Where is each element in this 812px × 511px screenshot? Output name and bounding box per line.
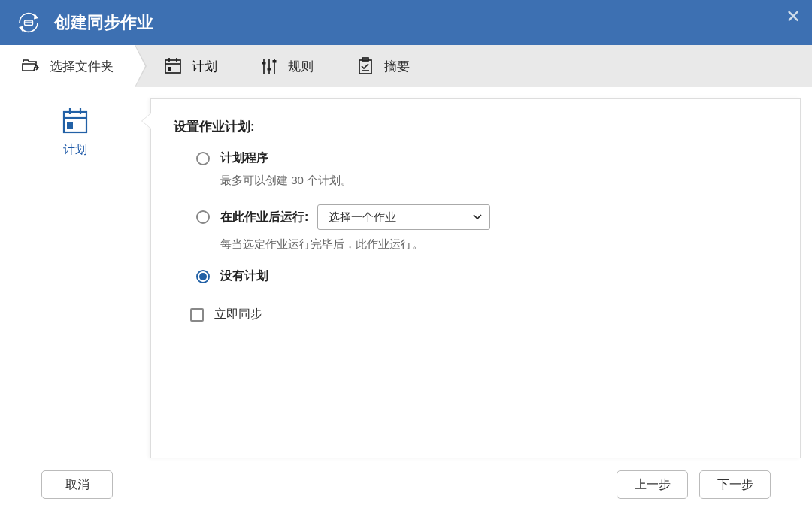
option-desc: 每当选定作业运行完毕后，此作业运行。 [220,237,777,252]
radio-label: 在此作业后运行: [220,210,308,225]
main-panel: 设置作业计划: 计划程序 最多可以创建 30 个计划。 在此作业后运行: 选择一… [150,98,801,458]
close-icon[interactable]: ✕ [786,8,801,26]
step-label: 摘要 [384,58,410,75]
step-schedule[interactable]: 计划 [135,45,238,87]
svg-rect-18 [64,112,86,132]
svg-marker-0 [34,14,38,20]
sync-now-row: 立即同步 [174,307,777,322]
option-desc: 最多可以创建 30 个计划。 [220,174,777,188]
step-label: 计划 [192,58,217,75]
footer-bar: 取消 上一步 下一步 [0,458,812,511]
button-label: 下一步 [717,477,753,493]
step-label: 选择文件夹 [50,58,114,75]
radio-no-schedule[interactable] [196,270,210,283]
radio-scheduler[interactable] [196,152,210,165]
svg-rect-12 [262,62,266,65]
option-after-job: 在此作业后运行: 选择一个作业 每当选定作业运行完毕后，此作业运行。 [196,204,777,252]
svg-rect-4 [165,60,180,73]
select-placeholder: 选择一个作业 [329,210,396,225]
calendar-icon [163,56,183,76]
section-title: 设置作业计划: [174,118,777,135]
svg-marker-1 [19,26,23,32]
select-job-dropdown[interactable]: 选择一个作业 [317,204,490,230]
wizard-steps: 选择文件夹 计划 规则 [0,45,812,87]
side-arrow [142,113,151,129]
clipboard-icon [356,56,375,76]
sliders-icon [259,56,279,76]
prev-button[interactable]: 上一步 [617,470,688,499]
option-no-schedule: 没有计划 [196,268,777,284]
svg-rect-14 [273,60,277,63]
radio-label: 计划程序 [220,150,268,166]
checkbox-label: 立即同步 [214,307,262,322]
svg-rect-13 [268,68,271,71]
checkbox-sync-now[interactable] [190,308,204,322]
step-select-folder[interactable]: 选择文件夹 [0,45,135,87]
svg-rect-2 [25,20,33,26]
next-button[interactable]: 下一步 [699,470,771,499]
radio-after-job[interactable] [196,210,210,224]
folder-icon [21,56,41,76]
radio-label: 没有计划 [220,268,268,284]
option-scheduler: 计划程序 最多可以创建 30 个计划。 [196,150,777,188]
radio-group: 计划程序 最多可以创建 30 个计划。 在此作业后运行: 选择一个作业 每当选定… [174,150,777,284]
dialog-title: 创建同步作业 [54,11,153,34]
calendar-icon [60,106,90,136]
step-summary[interactable]: 摘要 [335,45,431,87]
sync-icon [15,9,42,36]
dialog-header: 创建同步作业 ✕ [0,0,812,45]
button-label: 上一步 [635,477,671,493]
cancel-button[interactable]: 取消 [41,470,113,499]
svg-rect-22 [67,122,73,129]
side-panel-label: 计划 [63,142,87,158]
button-label: 取消 [65,477,89,493]
step-label: 规则 [288,58,314,75]
step-rules[interactable]: 规则 [238,45,335,87]
chevron-down-icon [473,212,482,222]
side-panel: 计划 [0,87,150,458]
svg-rect-8 [168,67,171,71]
svg-rect-16 [362,58,368,61]
